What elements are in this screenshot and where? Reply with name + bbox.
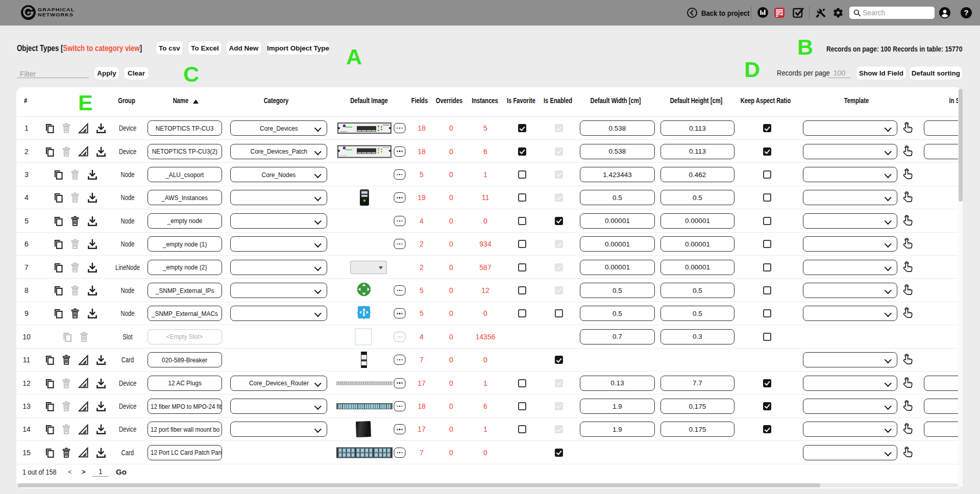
svg-text:?: ? [964,8,968,17]
